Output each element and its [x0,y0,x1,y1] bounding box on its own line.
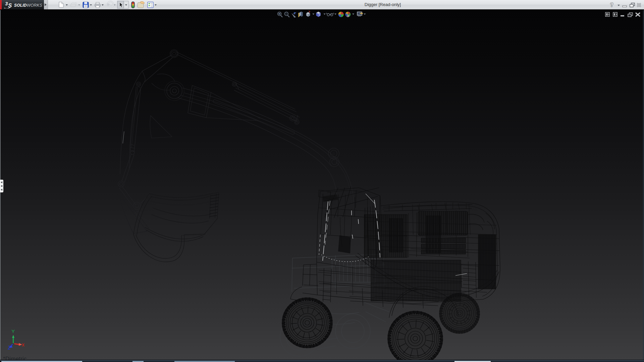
svg-text:?: ? [610,2,613,8]
